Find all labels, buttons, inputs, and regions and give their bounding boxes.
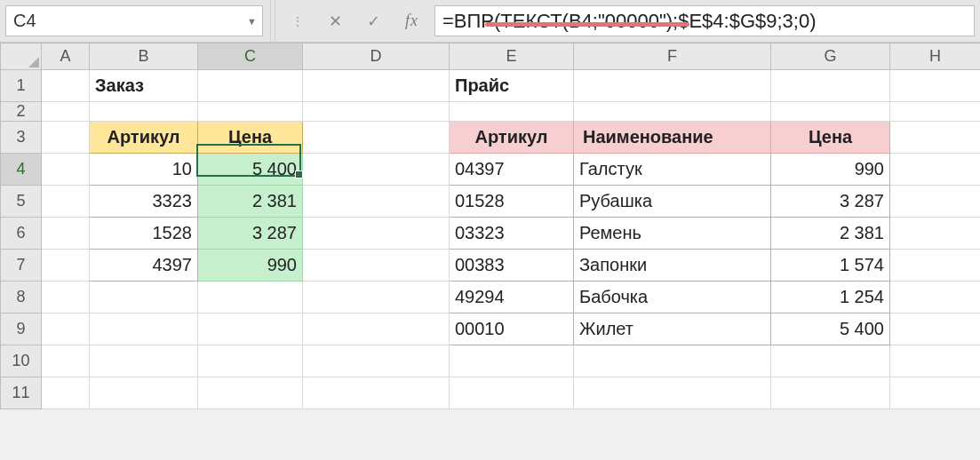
cell-D9[interactable] [303,313,450,345]
cell-C4[interactable]: 5 400 [198,154,303,186]
cell-G8[interactable]: 1 254 [771,282,890,313]
col-header-A[interactable]: A [42,44,90,70]
cell-D3[interactable] [303,122,450,154]
cell-F4[interactable]: Галстук [574,154,771,186]
cell-H10[interactable] [890,345,981,377]
spreadsheet-grid[interactable]: A B C D E F G H 1 Заказ Прайс 2 3 [0,43,980,409]
cell-F10[interactable] [574,345,771,377]
col-header-E[interactable]: E [450,44,574,70]
cell-D7[interactable] [303,250,450,282]
row-header-8[interactable]: 8 [1,282,42,313]
cell-H3[interactable] [890,122,981,154]
col-header-B[interactable]: B [90,44,198,70]
cell-E6[interactable]: 03323 [450,218,574,250]
row-header-3[interactable]: 3 [1,122,42,154]
cell-H7[interactable] [890,250,981,282]
cell-G11[interactable] [771,377,890,409]
cell-D2[interactable] [303,102,450,122]
fx-icon[interactable]: fx [405,12,418,30]
col-header-H[interactable]: H [890,44,981,70]
cell-G6[interactable]: 2 381 [771,218,890,250]
cell-B8[interactable] [90,282,198,313]
cell-D5[interactable] [303,186,450,218]
cell-B5[interactable]: 3323 [90,186,198,218]
cell-G2[interactable] [771,102,890,122]
cell-C9[interactable] [198,313,303,345]
cell-A11[interactable] [42,377,90,409]
col-header-D[interactable]: D [303,44,450,70]
cell-D8[interactable] [303,282,450,313]
cell-A7[interactable] [42,250,90,282]
cell-D6[interactable] [303,218,450,250]
cell-E7[interactable]: 00383 [450,250,574,282]
cancel-icon[interactable]: ✕ [329,12,342,31]
cell-F1[interactable] [574,70,771,102]
row-header-2[interactable]: 2 [1,102,42,122]
cell-D10[interactable] [303,345,450,377]
row-header-5[interactable]: 5 [1,186,42,218]
formula-input[interactable]: =ВПР(ТЕКСТ(B4;"00000");$E$4:$G$9;3;0) [434,5,975,36]
cell-H5[interactable] [890,186,981,218]
select-all-corner[interactable] [1,44,42,70]
cell-F9[interactable]: Жилет [574,313,771,345]
cell-A2[interactable] [42,102,90,122]
cell-G3[interactable]: Цена [771,122,890,154]
cell-E5[interactable]: 01528 [450,186,574,218]
cell-C2[interactable] [198,102,303,122]
cell-B11[interactable] [90,377,198,409]
col-header-F[interactable]: F [574,44,771,70]
cell-H1[interactable] [890,70,981,102]
cell-B2[interactable] [90,102,198,122]
cell-A3[interactable] [42,122,90,154]
name-box[interactable]: C4 ▼ [5,5,263,36]
cell-D4[interactable] [303,154,450,186]
cell-C7[interactable]: 990 [198,250,303,282]
cell-G4[interactable]: 990 [771,154,890,186]
cell-F8[interactable]: Бабочка [574,282,771,313]
cell-G1[interactable] [771,70,890,102]
row-header-6[interactable]: 6 [1,218,42,250]
cell-F5[interactable]: Рубашка [574,186,771,218]
cell-G7[interactable]: 1 574 [771,250,890,282]
cell-A8[interactable] [42,282,90,313]
cell-G10[interactable] [771,345,890,377]
cell-A9[interactable] [42,313,90,345]
row-header-7[interactable]: 7 [1,250,42,282]
cell-H9[interactable] [890,313,981,345]
cell-H4[interactable] [890,154,981,186]
row-header-11[interactable]: 11 [1,377,42,409]
cell-G5[interactable]: 3 287 [771,186,890,218]
cell-H8[interactable] [890,282,981,313]
confirm-icon[interactable]: ✓ [367,12,380,31]
col-header-C[interactable]: C [198,44,303,70]
cell-C10[interactable] [198,345,303,377]
cell-B3[interactable]: Артикул [90,122,198,154]
cell-E4[interactable]: 04397 [450,154,574,186]
row-header-4[interactable]: 4 [1,154,42,186]
cell-H11[interactable] [890,377,981,409]
cell-B7[interactable]: 4397 [90,250,198,282]
cell-E11[interactable] [450,377,574,409]
cell-F11[interactable] [574,377,771,409]
cell-E2[interactable] [450,102,574,122]
cell-E10[interactable] [450,345,574,377]
cell-G9[interactable]: 5 400 [771,313,890,345]
cell-E3[interactable]: Артикул [450,122,574,154]
cell-F2[interactable] [574,102,771,122]
cell-F3[interactable]: Наименование [574,122,771,154]
cell-B9[interactable] [90,313,198,345]
cell-B4[interactable]: 10 [90,154,198,186]
cell-A1[interactable] [42,70,90,102]
cell-E9[interactable]: 00010 [450,313,574,345]
cell-D11[interactable] [303,377,450,409]
row-header-1[interactable]: 1 [1,70,42,102]
cell-E1[interactable]: Прайс [450,70,574,102]
cell-B10[interactable] [90,345,198,377]
cell-A5[interactable] [42,186,90,218]
cell-B6[interactable]: 1528 [90,218,198,250]
cell-F7[interactable]: Запонки [574,250,771,282]
cell-C8[interactable] [198,282,303,313]
cell-H2[interactable] [890,102,981,122]
row-header-10[interactable]: 10 [1,345,42,377]
cell-C3[interactable]: Цена [198,122,303,154]
